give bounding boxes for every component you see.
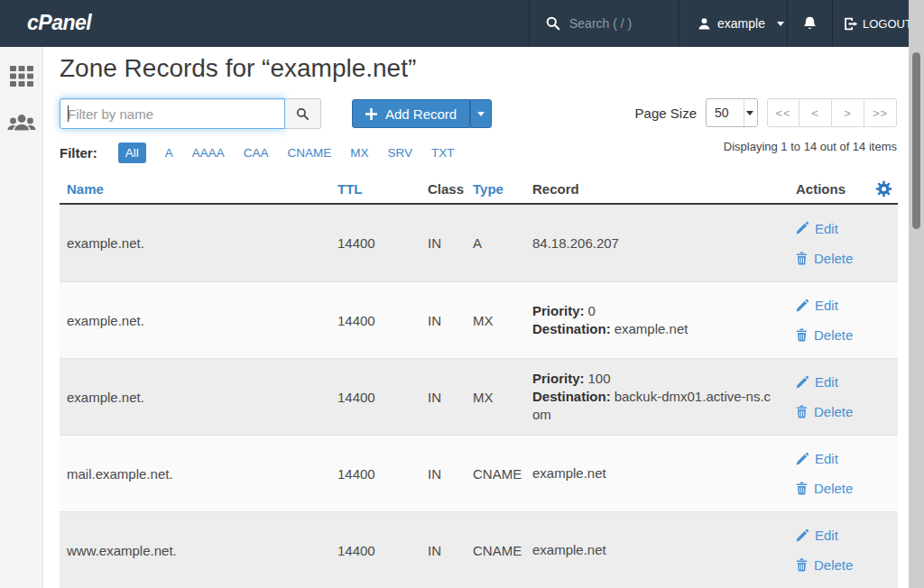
record-actions: Edit Delete [796,528,898,573]
record-name: example.net. [60,235,337,251]
filter-by-name-input[interactable] [60,98,285,129]
search-icon [296,107,310,121]
record-ttl: 14400 [337,390,428,405]
logout-button[interactable]: LOGOUT [832,0,909,47]
record-value: 84.18.206.207 [532,234,796,253]
delete-link[interactable]: Delete [796,251,898,266]
column-header-ttl[interactable]: TTL [337,181,428,197]
type-filter-row: Filter: All A AAAA CAA CNAME MX SRV TXT [60,142,455,163]
filter-tab-srv[interactable]: SRV [388,146,413,160]
pencil-icon [796,376,808,389]
filter-tab-caa[interactable]: CAA [244,146,269,160]
record-type: A [473,235,532,251]
edit-link[interactable]: Edit [796,374,898,390]
record-name: example.net. [60,390,337,405]
zone-records-table: Name TTL Class Type Record Actions examp… [60,174,898,588]
first-page-button[interactable]: << [767,98,799,127]
delete-link[interactable]: Delete [796,557,898,573]
filter-tab-mx[interactable]: MX [350,146,368,160]
page-size-value: 50 [715,106,729,120]
record-type: MX [473,390,532,405]
pagination-zone: Page Size 50 << < > >> [635,98,897,127]
main-content: Zone Records for “example.net” Add Recor… [43,47,909,588]
edit-link[interactable]: Edit [796,221,898,236]
chevron-down-icon [746,111,753,115]
left-sidebar [0,47,43,588]
user-icon [698,17,711,31]
next-page-button[interactable]: > [832,98,864,127]
record-value: Priority:100 Destination:backuk-dmx01.ac… [532,370,796,424]
text-cursor [68,106,69,122]
column-header-class: Class [428,181,473,197]
filter-label: Filter: [60,145,97,161]
select-divider [744,99,744,126]
pencil-icon [796,529,808,542]
filter-tab-all[interactable]: All [118,142,146,163]
record-class: IN [428,390,473,405]
record-class: IN [428,235,473,251]
column-header-name[interactable]: Name [60,181,337,197]
actions-header-label: Actions [796,181,845,197]
search-placeholder: Search ( / ) [569,16,632,31]
add-record-button[interactable]: Add Record [352,99,470,128]
page-size-select[interactable]: 50 [706,98,758,127]
add-record-split-button: Add Record [352,99,492,128]
table-row: example.net. 14400 IN MX Priority:0 Dest… [60,281,898,358]
logout-label: LOGOUT [863,17,912,31]
filter-tab-a[interactable]: A [165,146,173,160]
record-ttl: 14400 [337,543,428,558]
cpanel-logo: cPanel [27,11,91,35]
last-page-button[interactable]: >> [864,98,897,127]
filter-tab-txt[interactable]: TXT [431,146,455,160]
search-icon [546,16,560,31]
top-header-bar: cPanel Search ( / ) example LOGOUT [0,0,924,47]
prev-page-button[interactable]: < [799,98,832,127]
filter-tab-cname[interactable]: CNAME [288,146,332,160]
record-name: mail.example.net. [60,466,337,482]
add-record-label: Add Record [385,106,457,122]
bell-icon [802,15,818,32]
sidebar-item-home[interactable] [0,56,43,96]
username: example [717,16,765,31]
notifications-button[interactable] [787,0,832,47]
record-type: CNAME [473,543,532,558]
trash-icon [796,482,808,495]
record-actions: Edit Delete [796,298,898,343]
edit-link[interactable]: Edit [796,451,898,466]
pager-buttons: << < > >> [767,98,897,127]
delete-link[interactable]: Delete [796,481,898,496]
logout-icon [844,17,857,31]
edit-link[interactable]: Edit [796,298,898,313]
users-group-icon [7,112,36,134]
pencil-icon [796,222,808,234]
page: cPanel Search ( / ) example LOGOUT [0,0,924,588]
page-size-label: Page Size [635,106,697,121]
filter-search-button[interactable] [285,98,321,129]
record-ttl: 14400 [337,466,428,482]
pencil-icon [796,299,808,312]
filter-input-group [60,98,321,129]
record-ttl: 14400 [337,235,428,251]
add-record-dropdown-toggle[interactable] [470,99,492,128]
record-value: Priority:0 Destination:example.net [532,302,796,338]
record-class: IN [428,543,473,558]
filter-tab-aaaa[interactable]: AAAA [192,146,225,160]
global-search[interactable]: Search ( / ) [529,0,679,47]
user-menu[interactable]: example [679,0,787,47]
chevron-down-icon [777,22,784,26]
record-actions: Edit Delete [796,221,898,266]
delete-link[interactable]: Delete [796,404,898,419]
sidebar-item-user-manager[interactable] [0,103,43,142]
vertical-scrollbar-track[interactable] [909,0,924,588]
scrollbar-thumb[interactable] [912,52,920,229]
pencil-icon [796,453,808,465]
gear-icon[interactable] [875,180,892,198]
record-type: CNAME [473,466,532,482]
delete-link[interactable]: Delete [796,327,898,343]
trash-icon [796,328,808,342]
record-ttl: 14400 [337,313,428,328]
record-name: example.net. [60,313,337,328]
table-header-row: Name TTL Class Type Record Actions [60,174,898,205]
column-header-type[interactable]: Type [473,181,532,197]
edit-link[interactable]: Edit [796,528,898,543]
